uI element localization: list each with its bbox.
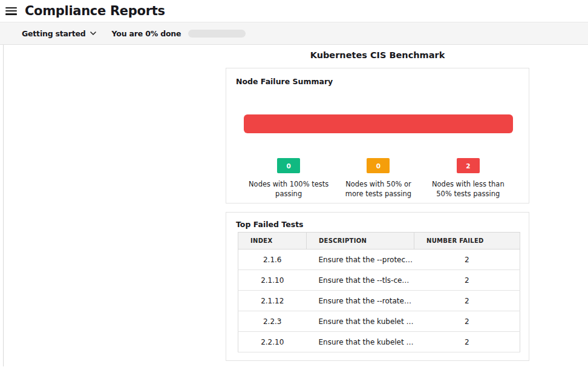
table-row: 2.1.6 Ensure that the --protec… 2 [238,250,520,270]
column-header-number-failed: NUMBER FAILED [414,233,520,250]
getting-started-dropdown[interactable]: Getting started [22,29,96,38]
legend-item-failing: 2 Nodes with less than 50% tests passing [423,158,513,199]
getting-started-bar: Getting started You are 0% done [0,22,588,45]
app-header: Compliance Reports [0,0,588,22]
top-failed-tests-table: INDEX DESCRIPTION NUMBER FAILED 2.1.6 En… [238,232,520,352]
chevron-down-icon [90,31,96,35]
table-row: 2.2.3 Ensure that the kubelet … 2 [238,311,520,332]
node-failure-chart [244,114,513,133]
legend-item-partial: 0 Nodes with 50% or more tests passing [333,158,423,199]
top-failed-tests-card: Top Failed Tests INDEX DESCRIPTION NUMBE… [226,212,529,361]
table-row: 2.1.10 Ensure that the --tls-ce… 2 [238,270,520,291]
count-badge-red: 2 [457,158,480,173]
count-badge-orange: 0 [367,158,390,173]
node-failure-summary-title: Node Failure Summary [236,77,519,86]
page-title: Compliance Reports [25,4,165,18]
progress-status-text: You are 0% done [112,29,181,38]
table-row: 2.1.12 Ensure that the --rotate… 2 [238,291,520,311]
legend-item-passing: 0 Nodes with 100% tests passing [244,158,333,199]
column-header-index: INDEX [238,233,307,250]
report-title: Kubernetes CIS Benchmark [226,50,529,60]
legend-label: Nodes with 100% tests passing [249,179,328,199]
node-failure-summary-card: Node Failure Summary 0 Nodes with 100% t… [226,68,529,203]
table-header-row: INDEX DESCRIPTION NUMBER FAILED [238,233,520,250]
failing-nodes-bar-segment [244,114,513,133]
count-badge-green: 0 [277,158,300,173]
getting-started-label: Getting started [22,29,86,38]
progress-bar [188,30,246,38]
legend-label: Nodes with less than 50% tests passing [432,179,505,199]
table-row: 2.2.10 Ensure that the kubelet … 2 [238,332,520,352]
node-failure-legend: 0 Nodes with 100% tests passing 0 Nodes … [244,158,513,199]
menu-icon[interactable] [5,7,17,15]
column-header-description: DESCRIPTION [307,233,414,250]
main-content: Kubernetes CIS Benchmark Node Failure Su… [3,45,588,366]
legend-label: Nodes with 50% or more tests passing [345,179,411,199]
top-failed-tests-title: Top Failed Tests [236,220,519,229]
